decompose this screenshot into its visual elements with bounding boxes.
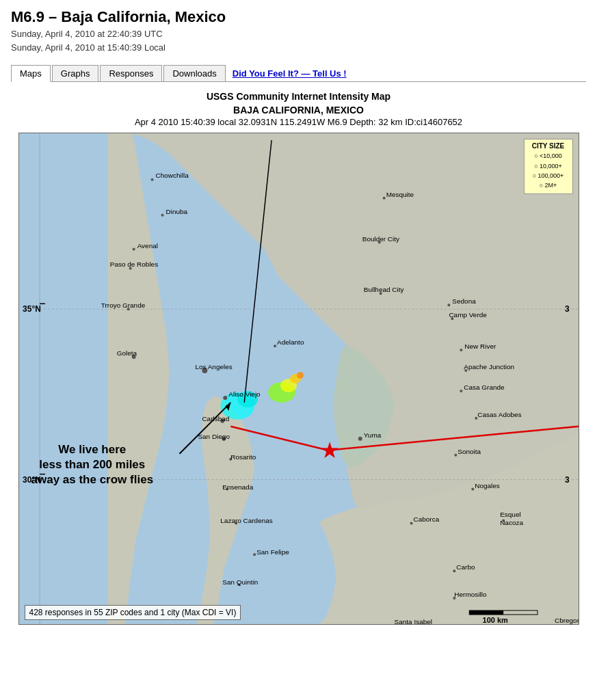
svg-rect-97 — [469, 610, 503, 615]
svg-point-51 — [471, 488, 474, 491]
map-annotation: We live hereless than 200 milesaway as t… — [31, 442, 154, 487]
svg-point-40 — [382, 197, 385, 200]
event-header: M6.9 – Baja California, Mexico Sunday, A… — [11, 8, 586, 54]
svg-text:Rosarito: Rosarito — [230, 453, 256, 461]
svg-text:Aliso Viejo: Aliso Viejo — [228, 390, 261, 398]
svg-point-50 — [454, 454, 457, 457]
svg-text:Ensenada: Ensenada — [222, 483, 253, 491]
svg-text:Cbregon: Cbregon — [554, 617, 578, 624]
event-time-local: Sunday, April 4, 2010 at 15:40:39 Local — [11, 41, 586, 55]
legend-item-2: ○ 10,000+ — [529, 161, 568, 171]
svg-text:San Felipe: San Felipe — [256, 548, 289, 556]
svg-text:3: 3 — [564, 475, 569, 485]
svg-point-13 — [297, 372, 304, 379]
page-container: M6.9 – Baja California, Mexico Sunday, A… — [0, 0, 597, 633]
svg-text:Lazaro Cardenas: Lazaro Cardenas — [220, 517, 272, 525]
event-title: M6.9 – Baja California, Mexico — [11, 8, 586, 26]
svg-point-43 — [447, 304, 450, 306]
svg-text:Yuma: Yuma — [363, 431, 381, 439]
tab-bar: Maps Graphs Responses Downloads Did You … — [11, 65, 586, 82]
svg-text:Carbo: Carbo — [456, 563, 475, 571]
svg-point-52 — [410, 522, 412, 525]
svg-text:San Diego: San Diego — [198, 433, 230, 440]
legend-title: CITY SIZE — [529, 142, 568, 150]
svg-text:Nacoza: Nacoza — [500, 520, 523, 527]
svg-text:Dinuba: Dinuba — [165, 208, 187, 215]
dyfi-link[interactable]: Did You Feel It? — Tell Us ! — [233, 68, 347, 79]
svg-text:Trroyo Grande: Trroyo Grande — [101, 301, 145, 309]
svg-text:Camp Verde: Camp Verde — [449, 311, 487, 319]
svg-text:Caborca: Caborca — [413, 516, 439, 524]
svg-text:Los Angeles: Los Angeles — [195, 363, 232, 371]
svg-text:Paso de Robles: Paso de Robles — [109, 261, 157, 269]
svg-text:Casas Adobes: Casas Adobes — [477, 411, 521, 418]
map-footer: 428 responses in 55 ZIP codes and 1 city… — [25, 605, 241, 620]
svg-point-45 — [460, 349, 462, 351]
svg-point-59 — [274, 345, 276, 347]
city-size-legend: CITY SIZE ○ <10,000 ○ 10,000+ ○ 100,000+… — [524, 139, 573, 194]
svg-text:Adelanto: Adelanto — [277, 338, 304, 346]
svg-point-38 — [253, 553, 256, 556]
svg-text:Casa Grande: Casa Grande — [464, 383, 505, 391]
svg-text:Avenal: Avenal — [137, 242, 157, 250]
svg-point-49 — [358, 437, 362, 441]
svg-text:Chowchilla: Chowchilla — [155, 172, 189, 179]
svg-text:Apache Junction: Apache Junction — [464, 363, 514, 371]
legend-item-4: ○ 2M+ — [529, 180, 568, 190]
svg-text:Esquel: Esquel — [500, 511, 520, 519]
svg-text:Bullhead City: Bullhead City — [363, 286, 403, 294]
svg-text:Sedona: Sedona — [452, 297, 476, 305]
tab-graphs[interactable]: Graphs — [52, 65, 99, 81]
tab-downloads[interactable]: Downloads — [163, 65, 225, 81]
svg-text:Sonoita: Sonoita — [457, 448, 481, 455]
map-title-line1: USGS Community Internet Intensity Map — [11, 90, 586, 104]
svg-text:Boulder City: Boulder City — [362, 235, 399, 243]
map-svg: ★ — [19, 133, 579, 624]
svg-point-32 — [223, 396, 227, 400]
svg-point-57 — [453, 569, 455, 572]
svg-text:San Quintin: San Quintin — [222, 578, 258, 586]
svg-text:3: 3 — [564, 304, 569, 314]
map-subtitle: Apr 4 2010 15:40:39 local 32.0931N 115.2… — [11, 117, 586, 127]
svg-point-47 — [460, 390, 462, 392]
svg-text:New River: New River — [464, 342, 496, 350]
svg-text:Santa Isabel: Santa Isabel — [394, 618, 432, 624]
legend-items: ○ <10,000 ○ 10,000+ ○ 100,000+ ○ 2M+ — [529, 151, 568, 191]
svg-point-27 — [132, 248, 135, 251]
svg-text:Carlsbad: Carlsbad — [202, 415, 229, 422]
svg-text:100 km: 100 km — [482, 616, 507, 624]
svg-text:Nogales: Nogales — [475, 482, 500, 489]
svg-point-26 — [161, 214, 163, 217]
svg-text:Mesquite: Mesquite — [386, 191, 414, 198]
legend-item-3: ○ 100,000+ — [529, 171, 568, 180]
svg-text:35°N: 35°N — [23, 304, 41, 314]
event-time-utc: Sunday, April 4, 2010 at 22:40:39 UTC — [11, 27, 586, 41]
legend-item-1: ○ <10,000 — [529, 151, 568, 161]
map-title-line2: BAJA CALIFORNIA, MEXICO — [11, 104, 586, 118]
map-section: USGS Community Internet Intensity Map BA… — [11, 90, 586, 625]
tab-responses[interactable]: Responses — [100, 65, 162, 81]
tab-maps[interactable]: Maps — [11, 65, 51, 82]
map-container: ★ — [18, 133, 579, 625]
svg-text:Hermosillo: Hermosillo — [454, 591, 487, 598]
svg-text:Goleta: Goleta — [116, 349, 137, 357]
svg-point-25 — [150, 178, 153, 181]
